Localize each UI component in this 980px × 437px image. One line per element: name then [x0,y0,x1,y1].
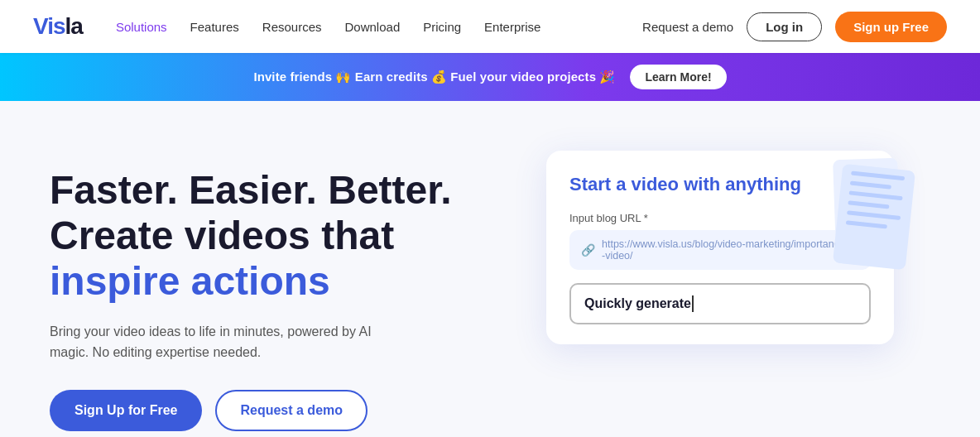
video-card: Start a video with anything Input blog U… [546,151,894,344]
hero-signup-button[interactable]: Sign Up for Free [50,390,202,431]
nav-pricing[interactable]: Pricing [423,20,461,34]
nav-enterprise[interactable]: Enterprise [484,20,540,34]
hero-title-line2: Create videos that [50,213,513,258]
hero-section: Faster. Easier. Better. Create videos th… [0,101,980,437]
doc-lines [846,171,909,231]
text-cursor [692,295,694,312]
nav-download[interactable]: Download [345,20,401,34]
doc-line-2 [850,180,891,189]
link-icon: 🔗 [581,243,595,257]
hero-buttons: Sign Up for Free Request a demo [50,390,513,431]
hero-left: Faster. Easier. Better. Create videos th… [50,151,513,431]
doc-line-3 [849,190,903,200]
promo-banner: Invite friends 🙌 Earn credits 💰 Fuel you… [0,53,980,101]
learn-more-button[interactable]: Learn More! [630,65,726,89]
hero-right: Start a video with anything Input blog U… [546,151,894,344]
nav-resources[interactable]: Resources [262,20,322,34]
hero-title-line1: Faster. Easier. Better. [50,167,513,213]
nav-right: Request a demo Log in Sign up Free [642,12,947,42]
nav-features[interactable]: Features [190,20,239,34]
signup-button[interactable]: Sign up Free [835,12,947,42]
hero-demo-button[interactable]: Request a demo [215,390,368,431]
nav-links: Solutions Features Resources Download Pr… [116,20,642,34]
doc-line-5 [847,210,901,220]
request-demo-button[interactable]: Request a demo [642,20,733,34]
hero-subtitle: Bring your video ideas to life in minute… [50,321,397,363]
navbar: Visla Solutions Features Resources Downl… [0,0,980,53]
doc-line-4 [848,200,889,209]
doc-illustration [819,159,910,275]
logo[interactable]: Visla [33,13,83,40]
banner-text: Invite friends 🙌 Earn credits 💰 Fuel you… [253,70,615,84]
generate-text: Quickly generate [584,296,691,311]
hero-title-highlight: inspire actions [50,258,513,304]
login-button[interactable]: Log in [747,12,822,41]
nav-solutions[interactable]: Solutions [116,20,167,34]
generate-input[interactable]: Quickly generate [569,283,871,324]
